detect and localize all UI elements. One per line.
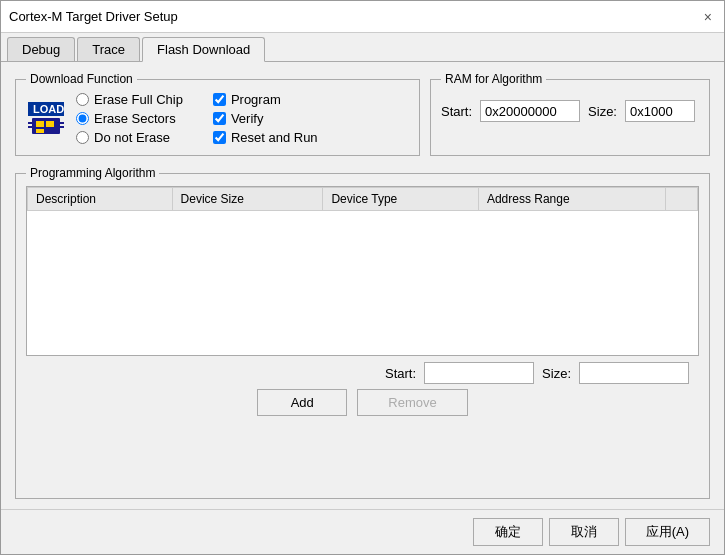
title-bar: Cortex-M Target Driver Setup × [1, 1, 724, 33]
checkbox-reset-and-run-label: Reset and Run [231, 130, 318, 145]
col-description: Description [28, 188, 173, 211]
ram-start-label: Start: [441, 104, 472, 119]
checkbox-program-label: Program [231, 92, 281, 107]
col-device-size: Device Size [172, 188, 323, 211]
radio-erase-full-chip: Erase Full Chip [76, 92, 183, 107]
programming-algorithm-group: Programming Algorithm Description Device… [15, 166, 710, 499]
prog-size-label: Size: [542, 366, 571, 381]
radio-options: Erase Full Chip Erase Sectors Do not Era… [76, 92, 183, 145]
load-icon-bottom [28, 116, 64, 136]
apply-button[interactable]: 应用(A) [625, 518, 710, 546]
download-function-group: Download Function LOAD [15, 72, 420, 156]
svg-rect-2 [46, 121, 54, 127]
remove-button[interactable]: Remove [357, 389, 467, 416]
load-label: LOAD [28, 102, 64, 116]
window-title: Cortex-M Target Driver Setup [9, 9, 178, 24]
programming-table: Description Device Size Device Type Addr… [27, 187, 698, 211]
col-device-type: Device Type [323, 188, 478, 211]
cancel-button[interactable]: 取消 [549, 518, 619, 546]
radio-erase-full-chip-label: Erase Full Chip [94, 92, 183, 107]
ram-start-input[interactable] [480, 100, 580, 122]
radio-erase-sectors-input[interactable] [76, 112, 89, 125]
checkbox-verify: Verify [213, 111, 318, 126]
ram-algorithm-legend: RAM for Algorithm [441, 72, 546, 86]
tab-bar: Debug Trace Flash Download [1, 33, 724, 62]
load-svg [28, 116, 64, 136]
download-function-legend: Download Function [26, 72, 137, 86]
df-inner: LOAD [26, 92, 409, 145]
prog-size-input[interactable] [579, 362, 689, 384]
ram-size-input[interactable] [625, 100, 695, 122]
load-icon: LOAD [26, 99, 66, 139]
svg-rect-5 [28, 122, 32, 124]
svg-rect-8 [60, 126, 64, 128]
col-address-range: Address Range [478, 188, 665, 211]
main-content: Download Function LOAD [1, 62, 724, 509]
add-remove-buttons: Add Remove [26, 384, 699, 421]
ok-button[interactable]: 确定 [473, 518, 543, 546]
checkbox-program-input[interactable] [213, 93, 226, 106]
close-button[interactable]: × [700, 9, 716, 25]
start-size-row: Start: Size: [26, 362, 699, 384]
programming-algorithm-legend: Programming Algorithm [26, 166, 159, 180]
svg-rect-1 [36, 121, 44, 127]
radio-erase-sectors-label: Erase Sectors [94, 111, 176, 126]
checkbox-options: Program Verify Reset and Run [213, 92, 318, 145]
prog-start-input[interactable] [424, 362, 534, 384]
programming-table-container: Description Device Size Device Type Addr… [26, 186, 699, 356]
checkbox-reset-and-run-input[interactable] [213, 131, 226, 144]
svg-rect-6 [28, 126, 32, 128]
checkbox-program: Program [213, 92, 318, 107]
tab-debug[interactable]: Debug [7, 37, 75, 61]
radio-do-not-erase: Do not Erase [76, 130, 183, 145]
radio-do-not-erase-label: Do not Erase [94, 130, 170, 145]
radio-erase-sectors: Erase Sectors [76, 111, 183, 126]
col-extra [666, 188, 698, 211]
tab-trace[interactable]: Trace [77, 37, 140, 61]
table-header-row: Description Device Size Device Type Addr… [28, 188, 698, 211]
radio-do-not-erase-input[interactable] [76, 131, 89, 144]
tab-flash-download[interactable]: Flash Download [142, 37, 265, 62]
prog-start-label: Start: [385, 366, 416, 381]
svg-rect-7 [60, 122, 64, 124]
radio-erase-full-chip-input[interactable] [76, 93, 89, 106]
main-window: Cortex-M Target Driver Setup × Debug Tra… [0, 0, 725, 555]
svg-rect-3 [36, 129, 44, 133]
top-row: Download Function LOAD [15, 72, 710, 156]
checkbox-verify-input[interactable] [213, 112, 226, 125]
svg-rect-4 [46, 129, 54, 133]
ram-row: Start: Size: [441, 100, 699, 122]
ram-size-label: Size: [588, 104, 617, 119]
checkbox-verify-label: Verify [231, 111, 264, 126]
footer-buttons: 确定 取消 应用(A) [1, 509, 724, 554]
ram-algorithm-group: RAM for Algorithm Start: Size: [430, 72, 710, 156]
add-button[interactable]: Add [257, 389, 347, 416]
checkbox-reset-and-run: Reset and Run [213, 130, 318, 145]
